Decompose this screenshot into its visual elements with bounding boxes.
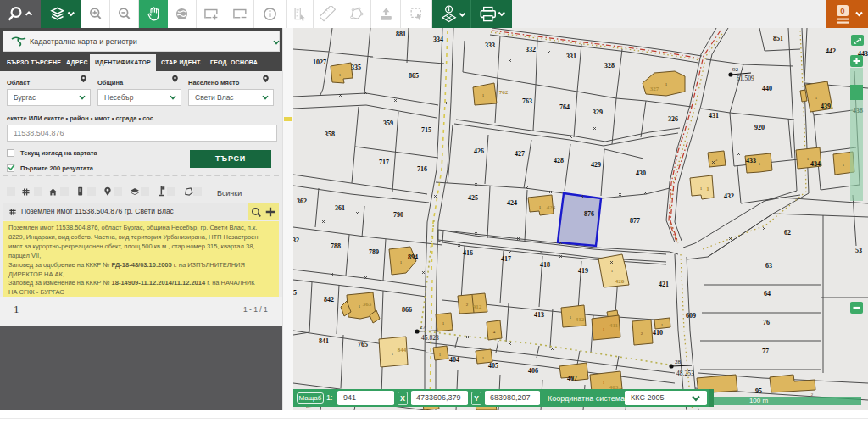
svg-text:335: 335 [351, 64, 361, 71]
svg-text:53: 53 [855, 247, 862, 254]
svg-text:788: 788 [331, 242, 341, 250]
svg-text:331: 331 [566, 53, 576, 60]
svg-text:410: 410 [653, 329, 663, 337]
svg-text:1027: 1027 [313, 58, 326, 66]
svg-text:1: 1 [706, 186, 709, 192]
svg-text:45.823: 45.823 [421, 334, 439, 342]
svg-text:439: 439 [821, 103, 831, 110]
svg-text:27: 27 [420, 324, 426, 331]
svg-text:62: 62 [784, 229, 791, 237]
svg-text:406: 406 [528, 367, 538, 375]
svg-text:866: 866 [402, 306, 412, 314]
svg-text:407: 407 [567, 375, 577, 382]
svg-text:417: 417 [501, 255, 511, 263]
svg-text:328: 328 [604, 62, 615, 70]
svg-text:359: 359 [383, 120, 393, 127]
svg-text:429: 429 [591, 161, 601, 169]
svg-text:430: 430 [636, 170, 646, 177]
svg-text:424: 424 [507, 199, 517, 207]
svg-text:404: 404 [449, 356, 459, 364]
svg-text:326: 326 [668, 115, 678, 123]
svg-text:762: 762 [499, 89, 509, 96]
svg-text:327: 327 [650, 86, 659, 92]
svg-text:434: 434 [810, 160, 821, 168]
svg-text:426: 426 [474, 147, 484, 155]
svg-text:361: 361 [335, 204, 345, 212]
svg-text:717: 717 [379, 159, 389, 166]
svg-text:789: 789 [369, 248, 379, 256]
svg-text:912: 912 [473, 303, 482, 310]
svg-text:433: 433 [746, 157, 756, 164]
svg-text:764: 764 [559, 103, 570, 111]
svg-text:358: 358 [325, 131, 335, 138]
svg-text:841: 841 [319, 337, 329, 345]
svg-text:763: 763 [522, 97, 532, 105]
svg-text:61.509: 61.509 [737, 75, 754, 82]
svg-text:442: 442 [826, 47, 836, 55]
svg-text:609: 609 [686, 312, 696, 320]
svg-text:48.253: 48.253 [676, 370, 694, 377]
svg-text:418: 418 [540, 261, 550, 269]
svg-text:431: 431 [709, 112, 719, 120]
svg-text:28: 28 [675, 359, 682, 365]
svg-text:790: 790 [393, 211, 403, 219]
svg-text:440: 440 [762, 85, 772, 92]
svg-text:63: 63 [765, 262, 772, 270]
svg-text:865: 865 [409, 72, 419, 80]
svg-text:76: 76 [763, 319, 770, 326]
svg-text:844: 844 [398, 347, 407, 353]
svg-text:428: 428 [554, 157, 564, 164]
svg-text:64: 64 [764, 290, 771, 298]
svg-text:876: 876 [584, 210, 594, 218]
svg-text:334: 334 [433, 36, 443, 43]
svg-text:412: 412 [576, 316, 585, 323]
svg-text:363: 363 [363, 301, 372, 308]
svg-text:419: 419 [578, 267, 588, 275]
svg-text:421: 421 [659, 281, 669, 288]
svg-text:92: 92 [732, 66, 739, 73]
svg-text:5: 5 [293, 289, 297, 297]
svg-text:842: 842 [324, 296, 334, 303]
svg-text:420: 420 [615, 278, 625, 285]
svg-text:416: 416 [463, 249, 473, 257]
svg-text:405: 405 [488, 362, 498, 370]
svg-text:881: 881 [396, 31, 406, 38]
svg-text:32: 32 [293, 237, 299, 244]
svg-text:427: 427 [515, 150, 525, 158]
svg-text:332: 332 [526, 46, 536, 53]
svg-text:423: 423 [547, 204, 556, 211]
svg-text:362: 362 [297, 198, 307, 205]
svg-text:329: 329 [593, 109, 603, 116]
svg-text:920: 920 [754, 124, 765, 131]
svg-text:894: 894 [408, 253, 418, 261]
svg-text:877: 877 [630, 217, 640, 225]
svg-text:77: 77 [762, 348, 769, 355]
svg-text:0: 0 [840, 6, 844, 15]
svg-text:715: 715 [421, 126, 431, 134]
svg-text:765: 765 [358, 341, 368, 348]
svg-text:716: 716 [417, 165, 427, 173]
svg-text:432: 432 [724, 192, 734, 200]
svg-text:425: 425 [468, 194, 478, 202]
svg-text:333: 333 [485, 42, 495, 49]
svg-text:95: 95 [755, 387, 762, 395]
svg-text:851: 851 [773, 35, 783, 42]
svg-text:413: 413 [534, 311, 544, 319]
svg-text:411: 411 [609, 322, 619, 329]
